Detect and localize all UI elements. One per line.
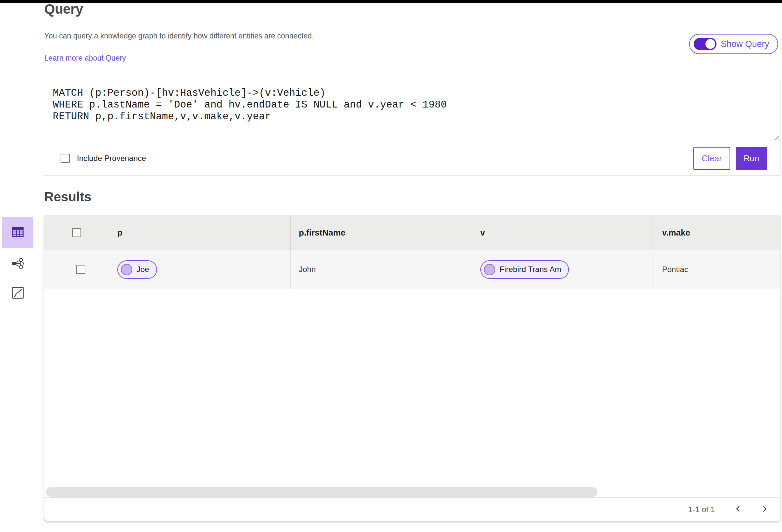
vehicle-node-icon — [484, 264, 495, 275]
cell-v: Firebird Trans Am — [472, 250, 654, 289]
scrollbar-thumb[interactable] — [46, 487, 597, 497]
select-all-checkbox[interactable] — [72, 228, 81, 237]
column-header-v: v — [472, 215, 654, 250]
map-view-button[interactable] — [2, 282, 33, 305]
page-description: You can query a knowledge graph to ident… — [44, 32, 314, 40]
next-page-button[interactable] — [757, 502, 772, 517]
query-footer: Include Provenance Clear Run — [44, 141, 780, 176]
window-top-border — [0, 0, 782, 3]
learn-more-link[interactable]: Learn more about Query — [44, 54, 126, 63]
run-button[interactable]: Run — [736, 147, 767, 170]
column-header-p-firstname: p.firstName — [291, 215, 472, 250]
view-switcher-rail — [2, 217, 33, 305]
map-view-icon — [12, 287, 24, 300]
person-node-icon — [121, 264, 132, 275]
include-provenance-label: Include Provenance — [77, 154, 146, 163]
results-title: Results — [44, 189, 92, 204]
vehicle-entity-chip[interactable]: Firebird Trans Am — [480, 260, 569, 279]
include-provenance-checkbox[interactable] — [61, 154, 70, 163]
cell-p: Joe — [109, 250, 291, 289]
pagination-range: 1-1 of 1 — [688, 505, 715, 514]
page-title: Query — [44, 1, 83, 17]
column-header-v-make: v.make — [654, 215, 780, 250]
toggle-knob — [705, 39, 715, 49]
include-provenance-option[interactable]: Include Provenance — [61, 154, 146, 163]
table-empty-area — [44, 289, 780, 486]
select-all-cell — [44, 215, 109, 250]
query-editor-panel: MATCH (p:Person)-[hv:HasVehicle]->(v:Veh… — [44, 80, 780, 176]
query-code-area: MATCH (p:Person)-[hv:HasVehicle]->(v:Veh… — [44, 80, 780, 141]
table-footer: 1-1 of 1 — [44, 497, 780, 521]
row-select-cell — [44, 250, 109, 289]
person-chip-label: Joe — [137, 265, 149, 274]
show-query-label: Show Query — [721, 39, 769, 49]
horizontal-scrollbar[interactable] — [44, 486, 780, 497]
person-entity-chip[interactable]: Joe — [117, 260, 157, 279]
graph-view-icon — [11, 257, 25, 271]
table-view-icon — [12, 227, 24, 238]
row-checkbox[interactable] — [76, 265, 85, 274]
column-header-p: p — [109, 215, 291, 250]
query-code-input[interactable]: MATCH (p:Person)-[hv:HasVehicle]->(v:Veh… — [44, 80, 780, 141]
table-header-row: p p.firstName v v.make — [44, 215, 780, 250]
chevron-right-icon — [760, 505, 768, 514]
show-query-toggle[interactable]: Show Query — [689, 34, 778, 54]
toggle-on-icon[interactable] — [694, 38, 716, 50]
cell-v-make: Pontiac — [654, 250, 780, 289]
table-view-button[interactable] — [2, 217, 33, 248]
results-table-panel: p p.firstName v v.make Joe John Firebird… — [44, 215, 780, 521]
chevron-left-icon — [735, 505, 742, 514]
query-actions: Clear Run — [694, 147, 767, 170]
graph-view-button[interactable] — [2, 252, 33, 275]
vehicle-chip-label: Firebird Trans Am — [499, 265, 561, 274]
table-row[interactable]: Joe John Firebird Trans Am Pontiac — [44, 250, 780, 289]
prev-page-button[interactable] — [731, 502, 746, 517]
clear-button[interactable]: Clear — [694, 147, 730, 170]
cell-p-firstname: John — [291, 250, 472, 289]
